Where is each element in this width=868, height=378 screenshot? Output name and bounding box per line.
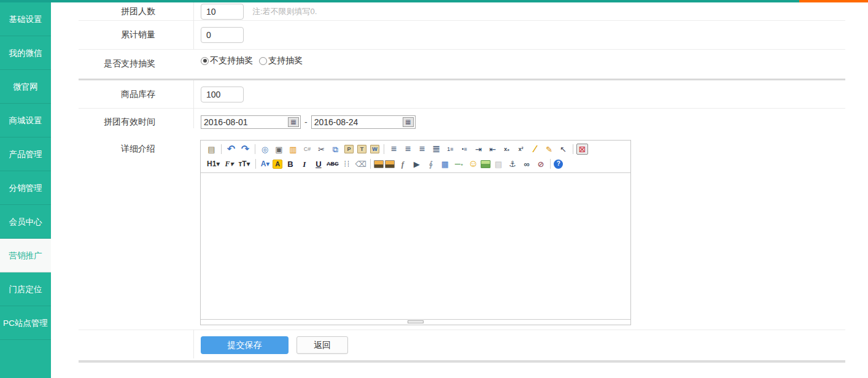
paste-icon[interactable]: P: [344, 145, 354, 153]
code-icon[interactable]: C#: [301, 143, 314, 155]
rich-text-editor: ▤↶↷◎▣▥C#✂⧉PTW≡≡≡≣1≡•≡⇥⇤x₂x²∕✎↖⊠ H1▾F▾тT▾…: [200, 140, 631, 325]
table-icon[interactable]: ▦: [438, 158, 451, 170]
sidebar-item-marketing[interactable]: 营销推广: [0, 239, 51, 272]
align-right-icon[interactable]: ≡: [416, 143, 428, 155]
emoticon-icon[interactable]: ☺: [467, 158, 479, 170]
bottom-divider: [79, 360, 845, 363]
sidebar-item-distribution[interactable]: 分销管理: [0, 171, 51, 205]
toolbar-separator: [255, 144, 255, 154]
remove-format-icon[interactable]: ⌫: [354, 158, 367, 170]
text-color-icon[interactable]: A▾: [259, 158, 272, 170]
sidebar-item-my-wechat[interactable]: 我的微信: [0, 36, 51, 70]
help-icon[interactable]: ?: [554, 160, 563, 169]
back-button[interactable]: 返回: [296, 336, 348, 354]
sidebar-item-mall-settings[interactable]: 商城设置: [0, 104, 51, 137]
form-row-detail: 详细介绍: [51, 140, 193, 158]
form-row-group-size: 拼团人数 注:若不限则填写0.: [51, 2, 317, 20]
detail-label: 详细介绍: [51, 144, 193, 155]
end-date-input[interactable]: [312, 116, 415, 128]
align-center-icon[interactable]: ≡: [401, 143, 414, 155]
lottery-option-no[interactable]: 不支持抽奖: [201, 55, 253, 66]
unlink-icon[interactable]: ⊘: [534, 158, 547, 170]
sidebar-item-store-location[interactable]: 门店定位: [0, 272, 51, 306]
form-row-lottery: 是否支持抽奖 不支持抽奖 支持抽奖: [51, 49, 309, 79]
strikethrough-icon[interactable]: ABC: [326, 158, 339, 170]
hr-icon[interactable]: ―₊: [452, 158, 465, 170]
ordered-list-icon[interactable]: 1≡: [444, 143, 457, 155]
form-row-total-sales: 累计销量: [51, 20, 244, 49]
toolbar-separator: [550, 159, 551, 169]
stock-label: 商品库存: [51, 89, 193, 100]
preview-icon[interactable]: ◎: [258, 143, 271, 155]
paste-word-icon[interactable]: W: [370, 145, 379, 153]
start-date-box: ▦: [201, 115, 301, 129]
font-family-icon[interactable]: F▾: [223, 158, 235, 170]
underline-icon[interactable]: U: [312, 158, 325, 170]
align-left-icon[interactable]: ≡: [387, 143, 400, 155]
editor-statusbar: [201, 319, 630, 325]
lottery-option-yes[interactable]: 支持抽奖: [259, 55, 303, 66]
toolbar-separator: [384, 144, 384, 154]
start-date-input[interactable]: [201, 116, 300, 128]
group-size-input[interactable]: [201, 4, 244, 20]
print-icon[interactable]: ▣: [273, 143, 285, 155]
editor-content[interactable]: [201, 173, 630, 321]
source-icon[interactable]: ▤: [205, 143, 218, 155]
subscript-icon[interactable]: x₂: [500, 143, 513, 155]
editor-toolbar: ▤↶↷◎▣▥C#✂⧉PTW≡≡≡≣1≡•≡⇥⇤x₂x²∕✎↖⊠ H1▾F▾тT▾…: [201, 141, 630, 173]
total-sales-input[interactable]: [201, 27, 244, 43]
sidebar-menu: 基础设置我的微信微官网商城设置产品管理分销管理会员中心营销推广门店定位PC站点管…: [0, 2, 51, 340]
page-break-icon[interactable]: ▤: [492, 158, 505, 170]
bold-icon[interactable]: B: [284, 158, 296, 170]
anchor-icon[interactable]: ⚓: [506, 158, 519, 170]
batch-image-icon[interactable]: [385, 160, 395, 168]
calendar-icon[interactable]: ▦: [403, 117, 414, 127]
link-icon[interactable]: ∞: [520, 158, 533, 170]
flash-icon[interactable]: f: [396, 158, 409, 170]
highlight-color-icon[interactable]: A: [273, 160, 282, 169]
editor-resize-grip[interactable]: [408, 320, 424, 323]
fullscreen-icon[interactable]: ⊠: [576, 144, 588, 155]
calendar-icon[interactable]: ▦: [288, 117, 299, 127]
album-icon[interactable]: [481, 160, 490, 168]
submit-save-button[interactable]: 提交保存: [201, 336, 289, 354]
sidebar-item-product-manage[interactable]: 产品管理: [0, 137, 51, 171]
justify-icon[interactable]: ≣: [430, 143, 443, 155]
sidebar-item-pc-site-manage[interactable]: PC站点管理: [0, 306, 51, 340]
topbar-orange-strip: [799, 0, 868, 2]
group-size-note: 注:若不限则填写0.: [252, 6, 317, 17]
paste-text-icon[interactable]: T: [357, 145, 366, 153]
font-size-icon[interactable]: тT▾: [236, 158, 252, 170]
unordered-list-icon[interactable]: •≡: [458, 143, 471, 155]
insert-image-icon[interactable]: [374, 160, 384, 168]
undo-icon[interactable]: ↶: [225, 143, 238, 155]
quick-format-icon[interactable]: ✎: [543, 143, 556, 155]
editor-toolbar-row2: H1▾F▾тT▾A▾ABIUABC┊┊⌫f▶∮▦―₊☺▤⚓∞⊘?: [204, 156, 627, 171]
valid-time-label: 拼团有效时间: [51, 117, 193, 128]
select-all-icon[interactable]: ↖: [557, 143, 570, 155]
sidebar-item-basic-settings[interactable]: 基础设置: [0, 2, 51, 36]
toolbar-separator: [255, 159, 256, 169]
indent-icon[interactable]: ⇥: [472, 143, 485, 155]
cut-icon[interactable]: ✂: [315, 143, 328, 155]
heading-icon[interactable]: H1▾: [205, 158, 222, 170]
radio-selected-icon[interactable]: [201, 57, 209, 65]
editor-toolbar-row1: ▤↶↷◎▣▥C#✂⧉PTW≡≡≡≣1≡•≡⇥⇤x₂x²∕✎↖⊠: [204, 142, 627, 156]
attachment-icon[interactable]: ∮: [424, 158, 437, 170]
redo-icon[interactable]: ↷: [239, 143, 252, 155]
copy-icon[interactable]: ⧉: [329, 143, 342, 155]
lottery-label: 是否支持抽奖: [51, 58, 193, 69]
sidebar-item-micro-site[interactable]: 微官网: [0, 70, 51, 104]
radio-unselected-icon[interactable]: [259, 57, 267, 65]
line-height-icon[interactable]: ┊┊: [340, 158, 353, 170]
format-brush-icon[interactable]: ∕: [529, 143, 541, 155]
stock-input[interactable]: [201, 87, 244, 102]
template-icon[interactable]: ▥: [287, 143, 300, 155]
superscript-icon[interactable]: x²: [514, 143, 527, 155]
group-size-label: 拼团人数: [51, 6, 193, 17]
sidebar-item-member-center[interactable]: 会员中心: [0, 205, 51, 239]
total-sales-label: 累计销量: [51, 29, 193, 40]
outdent-icon[interactable]: ⇤: [486, 143, 499, 155]
media-icon[interactable]: ▶: [410, 158, 423, 170]
italic-icon[interactable]: I: [298, 158, 311, 170]
